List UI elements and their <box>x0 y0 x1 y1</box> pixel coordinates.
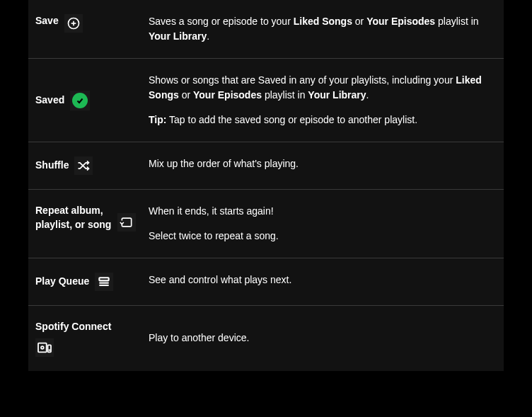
desc-shuffle: Mix up the order of what's playing. <box>149 156 504 175</box>
repeat-icon <box>117 213 136 232</box>
label-col-queue: Play Queue <box>28 273 149 291</box>
desc-save: Saves a song or episode to your Liked So… <box>149 14 504 44</box>
label-col-connect: Spotify Connect <box>28 320 149 357</box>
row-shuffle: Shuffle Mix up the order of what's playi… <box>28 142 504 190</box>
label-connect: Spotify Connect <box>35 321 111 332</box>
desc-saved: Shows or songs that are Saved in any of … <box>149 73 504 127</box>
svg-point-9 <box>41 346 44 349</box>
row-save: Save Saves a song or episode to your Lik… <box>28 0 504 59</box>
row-repeat: Repeat album, playlist, or song When it … <box>28 190 504 258</box>
label-repeat: Repeat album, playlist, or song <box>35 204 113 232</box>
label-queue: Play Queue <box>35 275 89 289</box>
desc-queue: See and control what plays next. <box>149 273 504 291</box>
label-col-shuffle: Shuffle <box>28 156 149 175</box>
row-queue: Play Queue See and control what plays ne… <box>28 258 504 306</box>
desc-repeat: When it ends, it starts again! Select tw… <box>149 204 504 244</box>
svg-rect-6 <box>38 343 47 352</box>
label-saved: Saved <box>35 93 64 108</box>
devices-icon <box>35 338 54 357</box>
row-connect: Spotify Connect Play to another device. <box>28 306 504 371</box>
label-shuffle: Shuffle <box>35 159 69 173</box>
plus-circle-icon <box>64 14 83 33</box>
label-col-save: Save <box>28 14 149 44</box>
shuffle-icon <box>74 156 93 175</box>
desc-connect: Play to another device. <box>149 320 504 357</box>
label-col-saved: Saved <box>28 73 149 127</box>
help-table: Save Saves a song or episode to your Lik… <box>28 0 504 371</box>
queue-icon <box>95 273 113 291</box>
svg-point-8 <box>49 350 50 350</box>
row-saved: Saved Shows or songs that are Saved in a… <box>28 59 504 142</box>
label-save: Save <box>35 14 59 28</box>
label-col-repeat: Repeat album, playlist, or song <box>28 204 149 244</box>
svg-rect-3 <box>100 278 109 280</box>
check-circle-icon <box>70 91 90 110</box>
